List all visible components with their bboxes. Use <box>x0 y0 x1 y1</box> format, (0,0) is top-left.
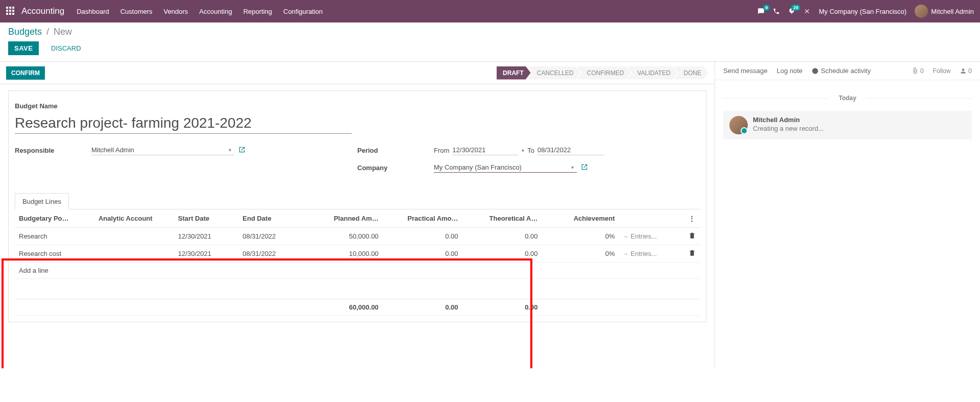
table-row[interactable]: Research cost12/30/202108/31/202210,000.… <box>15 245 700 263</box>
col-end-date: End Date <box>238 209 303 228</box>
user-menu[interactable]: Mitchell Admin <box>915 5 974 18</box>
attachments-count[interactable]: 0 <box>912 67 924 75</box>
cell-start[interactable]: 12/30/2021 <box>174 228 238 245</box>
total-practical: 0.00 <box>383 299 462 316</box>
cell-planned[interactable]: 50,000.00 <box>303 228 383 245</box>
chevron-down-icon[interactable]: ▾ <box>522 148 524 153</box>
to-label: To <box>527 147 534 154</box>
cell-end[interactable]: 08/31/2022 <box>238 228 303 245</box>
cell-achievement: 0% <box>542 228 619 245</box>
stage-validated[interactable]: VALIDATED <box>627 66 677 80</box>
cell-analytic[interactable] <box>94 245 174 263</box>
chevron-down-icon[interactable]: ▾ <box>568 164 577 170</box>
col-planned-amount: Planned Am… <box>303 209 383 228</box>
period-to-input[interactable] <box>537 145 604 155</box>
log-entry: Mitchell Admin Creating a new record... <box>723 111 972 139</box>
status-stages: DRAFT CANCELLED CONFIRMED VALIDATED DONE <box>497 66 708 80</box>
stage-draft[interactable]: DRAFT <box>497 66 531 80</box>
avatar <box>915 5 928 18</box>
app-brand[interactable]: Accounting <box>21 6 64 16</box>
menu-vendors[interactable]: Vendors <box>164 8 188 15</box>
menu-dashboard[interactable]: Dashboard <box>77 8 109 15</box>
avatar <box>729 116 748 134</box>
cell-end[interactable]: 08/31/2022 <box>238 245 303 263</box>
cell-position[interactable]: Research cost <box>15 245 94 263</box>
chevron-down-icon[interactable]: ▾ <box>226 147 234 153</box>
table-row[interactable]: Research12/30/202108/31/202250,000.000.0… <box>15 228 700 245</box>
total-planned: 60,000.00 <box>303 299 383 316</box>
paperclip-icon <box>912 67 919 75</box>
col-start-date: Start Date <box>174 209 238 228</box>
confirm-button[interactable]: CONFIRM <box>6 66 45 80</box>
period-from-input[interactable] <box>452 145 519 155</box>
external-link-icon[interactable] <box>238 146 246 155</box>
breadcrumb-root[interactable]: Budgets <box>8 27 42 37</box>
notebook: Budget Lines Budgetary Po… Analytic Acco… <box>15 193 700 316</box>
col-entries <box>619 209 684 228</box>
company-label: Company <box>357 164 434 172</box>
messages-icon[interactable]: 9 <box>757 8 765 15</box>
col-analytic-account: Analytic Account <box>94 209 174 228</box>
status-bar: CONFIRM DRAFT CANCELLED CONFIRMED VALIDA… <box>0 62 715 84</box>
messages-badge: 9 <box>763 5 770 11</box>
menu-accounting[interactable]: Accounting <box>199 8 232 15</box>
tab-budget-lines[interactable]: Budget Lines <box>15 193 69 209</box>
budget-name-label: Budget Name <box>15 102 700 110</box>
discard-button[interactable]: DISCARD <box>45 41 87 55</box>
external-link-icon[interactable] <box>581 163 588 172</box>
control-panel: Budgets / New SAVE DISCARD <box>0 22 980 62</box>
period-label: Period <box>357 147 434 154</box>
optional-fields-icon[interactable]: ⋮ <box>684 209 700 228</box>
form-sheet: Budget Name Responsible Mitchell Admin ▾ <box>8 90 706 322</box>
add-line-button[interactable]: Add a line <box>15 263 700 279</box>
entries-button[interactable]: → Entries... <box>623 232 657 240</box>
follow-button[interactable]: Follow <box>933 67 951 75</box>
cell-theoretical: 0.00 <box>462 228 542 245</box>
clock-icon <box>812 67 819 75</box>
responsible-label: Responsible <box>15 147 91 154</box>
activities-icon[interactable]: 28 <box>788 8 795 15</box>
from-label: From <box>434 147 449 154</box>
company-value: My Company (San Francisco) <box>434 163 522 171</box>
cell-practical: 0.00 <box>383 245 462 263</box>
cell-practical: 0.00 <box>383 228 462 245</box>
stage-cancelled[interactable]: CANCELLED <box>527 66 581 80</box>
stage-done[interactable]: DONE <box>673 66 708 80</box>
log-author: Mitchell Admin <box>753 116 824 124</box>
col-achievement: Achievement <box>542 209 619 228</box>
budget-name-input[interactable] <box>15 113 352 134</box>
followers-count[interactable]: 0 <box>960 67 972 75</box>
cell-analytic[interactable] <box>94 228 174 245</box>
total-theoretical: 0.00 <box>462 299 542 316</box>
menu-customers[interactable]: Customers <box>120 8 153 15</box>
responsible-value: Mitchell Admin <box>91 146 134 154</box>
company-field[interactable]: My Company (San Francisco) ▾ <box>434 162 577 173</box>
cell-achievement: 0% <box>542 245 619 263</box>
menu-reporting[interactable]: Reporting <box>243 8 272 15</box>
breadcrumb: Budgets / New <box>8 27 972 37</box>
send-message-button[interactable]: Send message <box>723 67 768 75</box>
delete-row-icon[interactable] <box>684 245 700 263</box>
col-budgetary-position: Budgetary Po… <box>15 209 94 228</box>
company-switcher[interactable]: My Company (San Francisco) <box>819 8 906 15</box>
activities-badge: 28 <box>791 5 800 11</box>
entries-button[interactable]: → Entries... <box>623 250 657 257</box>
col-practical-amount: Practical Amo… <box>383 209 462 228</box>
log-note-button[interactable]: Log note <box>777 67 803 75</box>
main-menu: Dashboard Customers Vendors Accounting R… <box>77 8 323 15</box>
delete-row-icon[interactable] <box>684 228 700 245</box>
chatter-today-divider: Today <box>723 94 972 102</box>
cell-planned[interactable]: 10,000.00 <box>303 245 383 263</box>
chatter: Send message Log note Schedule activity … <box>715 62 980 368</box>
cell-position[interactable]: Research <box>15 228 94 245</box>
save-button[interactable]: SAVE <box>8 41 39 55</box>
cell-start[interactable]: 12/30/2021 <box>174 245 238 263</box>
schedule-activity-button[interactable]: Schedule activity <box>812 67 871 75</box>
stage-confirmed[interactable]: CONFIRMED <box>577 66 631 80</box>
apps-icon[interactable] <box>6 7 15 16</box>
phone-icon[interactable] <box>773 8 780 15</box>
menu-configuration[interactable]: Configuration <box>283 8 323 15</box>
user-name: Mitchell Admin <box>931 8 974 15</box>
close-icon[interactable] <box>803 8 811 15</box>
responsible-field[interactable]: Mitchell Admin ▾ <box>91 145 234 155</box>
